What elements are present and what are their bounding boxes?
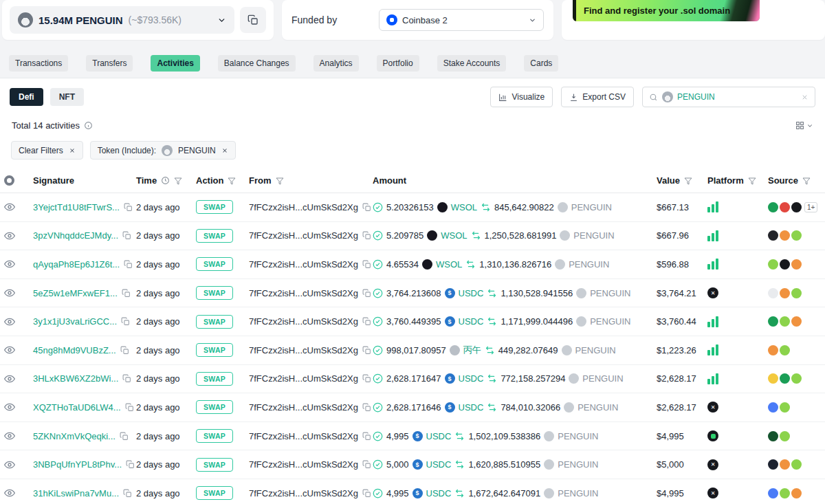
source-icon[interactable] — [791, 259, 802, 270]
view-details-eye-icon[interactable] — [4, 230, 15, 241]
platform-dark-green-icon[interactable] — [707, 430, 718, 441]
ad-banner[interactable]: Find and register your .sol domain — [573, 0, 760, 21]
token-filter-chip[interactable]: Token (Include): PENGUIN — [90, 141, 236, 160]
from-address-link[interactable]: 7fFCzx2isH...cUmSkSd2Xg — [249, 373, 358, 384]
token-symbol[interactable]: WSOL — [441, 230, 467, 241]
signature-link[interactable]: qAyqaPh8Ep6J1Z6t... — [33, 259, 120, 270]
copy-icon[interactable] — [120, 432, 129, 441]
signature-link[interactable]: XQZTHoTaUD6LW4... — [33, 402, 121, 413]
source-icon[interactable] — [780, 459, 790, 470]
source-icon[interactable] — [791, 316, 802, 327]
source-icon[interactable] — [768, 373, 778, 384]
column-settings-button[interactable] — [795, 121, 813, 130]
view-details-eye-icon[interactable] — [4, 316, 15, 327]
search-input[interactable]: PENGUIN — [642, 87, 815, 107]
source-icon[interactable] — [780, 230, 790, 241]
source-filter-icon[interactable] — [802, 177, 811, 185]
view-details-eye-icon[interactable] — [4, 201, 15, 212]
signature-link[interactable]: 3YejctTd1U8tFTwrS... — [33, 202, 120, 212]
from-address-link[interactable]: 7fFCzx2isH...cUmSkSd2Xg — [249, 488, 358, 498]
copy-icon[interactable] — [122, 374, 131, 383]
source-icon[interactable] — [768, 402, 778, 413]
token-symbol[interactable]: WSOL — [451, 202, 477, 212]
signature-link[interactable]: 5eZ5w1eMFxwEF1... — [33, 288, 118, 298]
tab-balance-changes[interactable]: Balance Changes — [218, 55, 296, 72]
source-icon[interactable] — [791, 373, 802, 384]
source-icon[interactable] — [768, 488, 778, 498]
source-icon[interactable] — [791, 202, 802, 212]
from-address-link[interactable]: 7fFCzx2isH...cUmSkSd2Xg — [249, 259, 358, 270]
platform-bars-icon[interactable] — [707, 344, 718, 355]
platform-bars-icon[interactable] — [707, 230, 718, 241]
source-icon[interactable] — [768, 316, 778, 327]
clear-filters-chip[interactable]: Clear Filters — [11, 141, 83, 160]
token-symbol[interactable]: USDC — [459, 316, 484, 327]
signature-link[interactable]: 3NBPqUfnYPL8tPhv... — [33, 459, 122, 470]
platform-bars-icon[interactable] — [707, 373, 718, 384]
signature-link[interactable]: 5ZKNnXmVkQeqki... — [33, 431, 116, 441]
copy-icon[interactable] — [120, 346, 129, 355]
export-csv-button[interactable]: Export CSV — [561, 87, 634, 107]
source-icon[interactable] — [768, 288, 778, 298]
source-icon[interactable] — [791, 230, 802, 241]
token-symbol[interactable]: USDC — [459, 288, 484, 298]
subtab-defi[interactable]: Defi — [10, 88, 43, 106]
close-icon[interactable] — [221, 147, 228, 154]
source-icon[interactable] — [780, 373, 790, 384]
tab-stake-accounts[interactable]: Stake Accounts — [437, 55, 507, 72]
from-address-link[interactable]: 7fFCzx2isH...cUmSkSd2Xg — [249, 230, 358, 241]
token-symbol[interactable]: WSOL — [436, 259, 462, 270]
tab-analytics[interactable]: Analytics — [314, 55, 359, 72]
subtab-nft[interactable]: NFT — [50, 88, 84, 106]
visualize-button[interactable]: Visualize — [490, 87, 553, 107]
from-address-link[interactable]: 7fFCzx2isH...cUmSkSd2Xg — [249, 202, 358, 212]
view-details-eye-icon[interactable] — [4, 287, 15, 298]
signature-link[interactable]: 31hKiLswiPna7vMu... — [33, 488, 119, 498]
close-icon[interactable] — [69, 147, 76, 154]
source-icon[interactable] — [780, 345, 790, 355]
tab-transfers[interactable]: Transfers — [86, 55, 133, 72]
token-symbol[interactable]: 丙午 — [463, 344, 481, 356]
from-address-link[interactable]: 7fFCzx2isH...cUmSkSd2Xg — [249, 345, 358, 355]
source-icon[interactable] — [768, 431, 778, 441]
tab-transactions[interactable]: Transactions — [9, 55, 68, 72]
source-icon[interactable] — [768, 230, 778, 241]
token-symbol[interactable]: USDC — [426, 488, 452, 498]
platform-bars-icon[interactable] — [707, 201, 718, 212]
source-icon[interactable] — [791, 459, 802, 470]
source-icon[interactable] — [780, 259, 790, 270]
token-balance-dropdown[interactable]: 15.94M PENGUIN (~$793.56K) — [10, 6, 234, 34]
source-icon[interactable] — [791, 488, 802, 498]
action-filter-icon[interactable] — [228, 177, 236, 185]
from-address-link[interactable]: 7fFCzx2isH...cUmSkSd2Xg — [249, 288, 358, 298]
view-details-eye-icon[interactable] — [4, 344, 15, 355]
clear-search-icon[interactable] — [801, 94, 808, 101]
clock-icon[interactable] — [161, 176, 170, 185]
view-details-eye-icon[interactable] — [4, 430, 15, 441]
token-symbol[interactable]: USDC — [426, 431, 452, 441]
platform-bars-icon[interactable] — [707, 316, 718, 327]
source-icon[interactable] — [780, 402, 790, 413]
visibility-toggle-icon[interactable] — [4, 175, 14, 186]
view-details-eye-icon[interactable] — [4, 402, 15, 413]
token-symbol[interactable]: USDC — [426, 459, 452, 470]
source-icon[interactable] — [768, 459, 778, 470]
source-icon[interactable] — [780, 288, 790, 298]
from-address-link[interactable]: 7fFCzx2isH...cUmSkSd2Xg — [249, 316, 358, 327]
value-filter-icon[interactable] — [684, 177, 692, 185]
view-details-eye-icon[interactable] — [4, 373, 15, 384]
source-icon[interactable] — [780, 488, 790, 498]
tab-portfolio[interactable]: Portfolio — [377, 55, 419, 72]
funded-by-select[interactable]: Coinbase 2 — [379, 9, 544, 31]
platform-dark-icon[interactable]: ✕ — [707, 287, 718, 298]
source-icon[interactable] — [768, 259, 778, 270]
platform-dark-icon[interactable]: ✕ — [707, 487, 718, 498]
tab-cards[interactable]: Cards — [524, 55, 558, 72]
copy-icon[interactable] — [122, 289, 131, 298]
source-icon[interactable] — [780, 316, 790, 327]
view-details-eye-icon[interactable] — [4, 259, 15, 270]
from-address-link[interactable]: 7fFCzx2isH...cUmSkSd2Xg — [249, 431, 358, 441]
copy-address-button[interactable] — [240, 7, 266, 33]
copy-icon[interactable] — [122, 231, 131, 240]
source-icon[interactable] — [768, 345, 778, 355]
